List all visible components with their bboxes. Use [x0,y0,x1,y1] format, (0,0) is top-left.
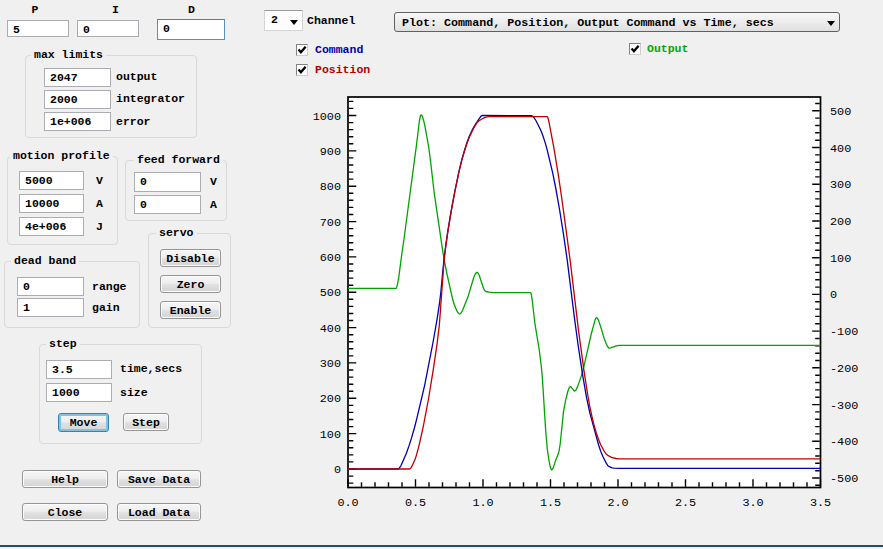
svg-text:100: 100 [320,428,341,442]
svg-text:400: 400 [320,322,341,336]
svg-text:300: 300 [320,357,341,371]
svg-text:0.0: 0.0 [337,496,358,510]
svg-text:500: 500 [320,286,341,300]
svg-text:-100: -100 [830,325,858,339]
svg-text:100: 100 [830,252,851,266]
svg-text:-300: -300 [830,399,858,413]
svg-text:400: 400 [830,142,851,156]
svg-text:3.5: 3.5 [810,496,831,510]
svg-text:1.5: 1.5 [540,496,561,510]
svg-text:1.0: 1.0 [472,496,493,510]
svg-text:600: 600 [320,251,341,265]
svg-text:-200: -200 [830,362,858,376]
svg-text:2.5: 2.5 [675,496,696,510]
svg-text:0: 0 [334,463,341,477]
svg-text:500: 500 [830,105,851,119]
svg-text:700: 700 [320,216,341,230]
svg-text:0: 0 [830,288,837,302]
svg-text:-400: -400 [830,435,858,449]
svg-text:-500: -500 [830,472,858,486]
svg-text:2.0: 2.0 [607,496,628,510]
svg-text:3.0: 3.0 [742,496,763,510]
svg-text:800: 800 [320,180,341,194]
svg-text:0.5: 0.5 [405,496,426,510]
svg-text:200: 200 [830,215,851,229]
svg-text:1000: 1000 [313,110,341,124]
svg-text:900: 900 [320,145,341,159]
svg-text:200: 200 [320,392,341,406]
svg-text:300: 300 [830,178,851,192]
